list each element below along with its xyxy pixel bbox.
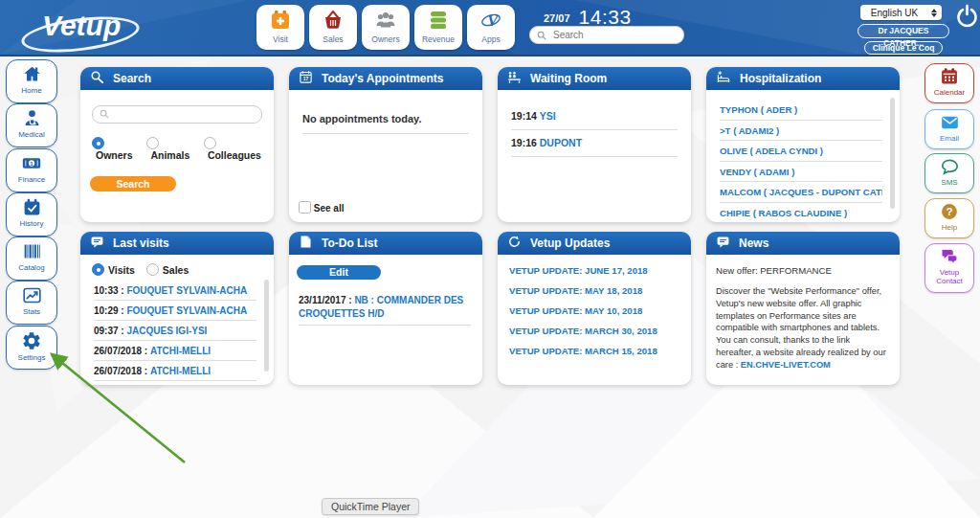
waiting-room-panel: Waiting Room 19:14 YSI19:16 DUPONT <box>498 67 691 222</box>
logout-power-button[interactable] <box>954 3 980 33</box>
entry-time: 10:33 : <box>94 285 124 296</box>
search-icon <box>537 27 546 44</box>
global-search-input[interactable] <box>551 29 660 41</box>
revenue-coins-icon <box>427 18 450 34</box>
sidebar-medical-label: Medical <box>7 130 56 142</box>
edit-button[interactable]: Edit <box>297 265 381 280</box>
search-icon <box>100 109 109 121</box>
hospitalization-panel-header: Hospitalization <box>706 67 900 90</box>
radio-animals[interactable]: Animals <box>146 137 192 161</box>
top-bar: Vetup Visit Sales Owners Revenue V Apps … <box>0 0 980 56</box>
vetup-logo[interactable]: Vetup <box>29 6 144 50</box>
visit-calendar-icon <box>269 18 292 34</box>
sidebar-item-stats[interactable]: Stats <box>6 281 57 325</box>
update-link[interactable]: VETUP UPDATE: MAY 10, 2018 <box>509 305 642 316</box>
sidebar-item-sms[interactable]: SMS <box>924 153 974 193</box>
sidebar-item-medical[interactable]: Medical <box>6 103 57 147</box>
visit-entry: 10:33 : FOUQUET SYLVAIN-ACHA <box>94 281 256 301</box>
sidebar-item-email[interactable]: Email <box>924 109 974 149</box>
apps-vetup-icon: V <box>479 18 502 34</box>
radio-colleagues[interactable]: Colleagues <box>204 137 262 161</box>
update-link[interactable]: VETUP UPDATE: MARCH 15, 2018 <box>509 346 657 356</box>
entry-name-link[interactable]: DUPONT <box>540 137 582 148</box>
stats-icon <box>22 292 42 308</box>
see-all-label: See all <box>314 203 345 214</box>
owner-search-box[interactable] <box>92 105 262 124</box>
entry-name-link[interactable]: ATCHI-MELLI <box>150 346 211 356</box>
visit-entry: 10:29 : FOUQUET SYLVAIN-ACHA <box>94 301 256 321</box>
divider <box>299 325 471 326</box>
waiting-room-panel-header: Waiting Room <box>498 67 691 90</box>
nav-revenue-button[interactable]: Revenue <box>414 5 462 50</box>
visit-entry: 26/07/2018 : ATCHI-MELLI <box>94 341 256 361</box>
panel-title: Vetup Updates <box>530 236 610 250</box>
sidebar-item-catalog[interactable]: Catalog <box>6 236 57 281</box>
entry-name-link[interactable]: FOUQUET SYLVAIN-ACHA <box>126 285 247 296</box>
last-visits-list: 10:33 : FOUQUET SYLVAIN-ACHA10:29 : FOUQ… <box>94 281 256 381</box>
patient-link[interactable]: VENDY ( ADAMI ) <box>720 167 794 177</box>
sidebar-email-label: Email <box>925 134 973 145</box>
news-body: Discover the "Website Performance" offer… <box>716 285 890 372</box>
todo-panel: To-Do List Edit 23/11/2017 : NB : COMMAN… <box>289 232 482 385</box>
global-search-box[interactable] <box>529 26 684 44</box>
patient-link[interactable]: TYPHON ( ADER ) <box>720 104 797 115</box>
updates-panel: Vetup Updates VETUP UPDATE: JUNE 17, 201… <box>498 232 691 385</box>
panel-title: Last visits <box>113 236 169 250</box>
nav-sales-button[interactable]: Sales <box>309 5 357 50</box>
news-link[interactable]: EN.CHVE-LIVET.COM <box>741 360 831 370</box>
update-link[interactable]: VETUP UPDATE: MAY 18, 2018 <box>509 285 642 296</box>
sidebar-item-calendar[interactable]: Calendar <box>924 63 974 103</box>
patient-link[interactable]: OLIVE ( ADELA CYNDI ) <box>720 146 823 156</box>
update-entry: VETUP UPDATE: MARCH 15, 2018 <box>509 346 679 356</box>
divider <box>302 133 469 134</box>
radio-sales[interactable]: Sales <box>146 263 189 276</box>
sidebar-help-label: Help <box>925 223 973 234</box>
see-all-checkbox[interactable] <box>299 201 311 214</box>
sidebar-item-finance[interactable]: 1 Finance <box>6 148 57 192</box>
patient-link[interactable]: >T ( ADAMI2 ) <box>720 125 779 136</box>
sidebar-item-help[interactable]: ? Help <box>924 198 974 238</box>
nav-sales-label: Sales <box>309 34 357 44</box>
nav-owners-button[interactable]: Owners <box>362 5 410 50</box>
hospitalization-entry: >T ( ADAMI2 ) <box>720 121 882 142</box>
logo-text: Vetup <box>42 10 121 42</box>
panel-title: Search <box>113 72 151 85</box>
patient-link[interactable]: MALCOM ( JACQUES - DUPONT CATHY - ERIC ) <box>720 187 882 197</box>
sidebar-item-settings[interactable]: Settings <box>6 326 57 370</box>
waiting-room-list: 19:14 YSI19:16 DUPONT <box>511 103 678 157</box>
scrollbar-thumb[interactable] <box>264 280 269 372</box>
last-visits-panel-header: Last visits <box>80 232 274 255</box>
entry-name-link[interactable]: YSI <box>540 110 556 122</box>
radio-owners[interactable]: Owners <box>92 137 136 161</box>
scrollbar-thumb[interactable] <box>890 98 895 209</box>
sidebar-item-history[interactable]: History <box>6 192 57 236</box>
help-icon: ? <box>940 208 959 224</box>
hospitalization-entry: CHIPIE ( RABOS CLAUDINE ) <box>720 203 882 223</box>
entry-name-link[interactable]: JACQUES IGI-YSI <box>126 326 207 336</box>
sidebar-sms-label: SMS <box>925 178 973 189</box>
patient-link[interactable]: CHIPIE ( RABOS CLAUDINE ) <box>720 208 847 218</box>
see-all-control[interactable]: See all <box>299 201 344 214</box>
nav-visit-button[interactable]: Visit <box>256 5 304 50</box>
date-label: 27/07 <box>544 12 570 24</box>
update-link[interactable]: VETUP UPDATE: MARCH 30, 2018 <box>509 326 657 336</box>
waiting-room-icon <box>507 70 522 87</box>
sidebar-item-vetup-contact[interactable]: Vetup Contact <box>924 243 974 293</box>
clinic-button[interactable]: Clinique Le Coq <box>864 41 943 55</box>
history-icon <box>22 204 42 220</box>
language-select[interactable]: English UK <box>860 5 942 20</box>
nav-apps-button[interactable]: V Apps <box>467 5 515 50</box>
sidebar-calendar-label: Calendar <box>925 88 973 99</box>
update-link[interactable]: VETUP UPDATE: JUNE 17, 2018 <box>509 265 648 276</box>
entry-name-link[interactable]: ATCHI-MELLI <box>150 366 211 376</box>
search-submit-button[interactable]: Search <box>90 176 176 191</box>
sidebar-item-home[interactable]: Home <box>6 59 57 103</box>
panel-title: To-Do List <box>322 236 377 250</box>
radio-visits[interactable]: Visits <box>92 263 135 276</box>
entry-name-link[interactable]: FOUQUET SYLVAIN-ACHA <box>126 305 247 316</box>
owners-people-icon <box>374 18 397 34</box>
sms-icon <box>940 163 960 179</box>
panel-title: News <box>739 236 768 250</box>
news-panel: News New offer: PERFORMANCE Discover the… <box>706 232 900 385</box>
user-button[interactable]: Dr JACQUES CATHER... <box>858 24 949 38</box>
